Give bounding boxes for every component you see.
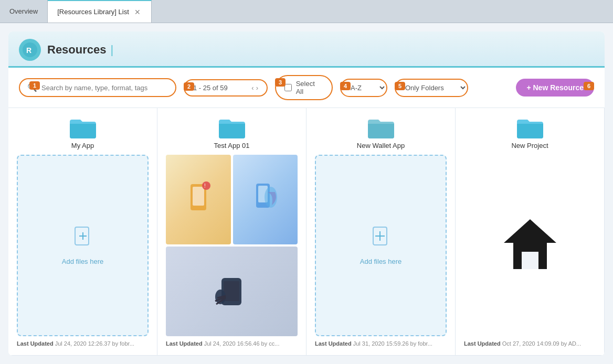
header-logo: R — [19, 39, 41, 61]
cards-grid: My App Add files here Last Updated Jul 2… — [8, 108, 605, 356]
folder-icon-new-project — [516, 116, 544, 142]
card-title-new-project: New Project — [511, 142, 548, 149]
select-all-checkbox[interactable] — [284, 84, 292, 91]
image-2 — [233, 155, 298, 244]
card-footer-my-app: Last Updated Jul 24, 2020 12:26.37 by fo… — [17, 336, 149, 347]
search-box: 🔍 — [19, 78, 176, 97]
add-files-box-new-wallet-app[interactable]: Add files here — [315, 155, 447, 336]
new-resource-label: + New Resource — [526, 83, 584, 92]
folder-icon-test-app-01 — [218, 116, 246, 142]
add-files-icon — [73, 226, 93, 253]
main-content: R Resources 1 🔍 2 1 - 25 of 59 — [0, 23, 613, 364]
card-new-wallet-app[interactable]: New Wallet App Add files here Last Updat… — [306, 108, 456, 356]
card-test-app-01[interactable]: Test App 01 ! — [157, 108, 306, 356]
search-input[interactable] — [41, 84, 168, 92]
card-footer-new-wallet-app: Last Updated Jul 31, 2020 15:59.26 by fo… — [315, 336, 447, 347]
svg-rect-6 — [193, 187, 204, 206]
pagination-wrapper: 2 1 - 25 of 59 ‹ › — [184, 79, 268, 97]
add-files-icon-2 — [371, 226, 391, 253]
tab-bar: Overview [Resources Library] List ✕ — [0, 0, 613, 23]
tab-overview-label: Overview — [9, 7, 38, 15]
badge-6: 6 — [584, 82, 594, 90]
new-resource-wrapper: 6 + New Resource — [516, 79, 594, 97]
card-title-test-app-01: Test App 01 — [214, 142, 250, 149]
tab-resources-library[interactable]: [Resources Library] List ✕ — [48, 0, 152, 23]
last-updated-date-my-app: Jul 24, 2020 12:26.37 by fobr... — [55, 340, 134, 347]
image-1: ! — [166, 155, 231, 244]
sort-wrapper: 4 A-Z Z-A Newest Oldest — [340, 79, 387, 97]
last-updated-date-new-wallet-app: Jul 31, 2020 15:59.26 by fobr... — [353, 340, 432, 347]
badge-5: 5 — [395, 82, 405, 90]
card-footer-test-app-01: Last Updated Jul 24, 2020 16:56.46 by cc… — [166, 336, 298, 347]
resources-header: R Resources — [8, 31, 605, 68]
card-title-new-wallet-app: New Wallet App — [357, 142, 405, 149]
card-title-my-app: My App — [71, 142, 94, 149]
home-icon — [499, 214, 562, 283]
select-all-wrapper: 3 Select All — [275, 75, 333, 100]
badge-2: 2 — [184, 82, 194, 91]
next-arrow[interactable]: › — [256, 84, 258, 92]
folder-icon-my-app — [69, 116, 97, 142]
tab-overview[interactable]: Overview — [0, 0, 48, 23]
pagination-text: 1 - 25 of 59 — [193, 84, 228, 92]
add-files-box-my-app[interactable]: Add files here — [17, 155, 149, 336]
card-footer-new-project: Last Updated Oct 27, 2020 14:09.09 by AD… — [464, 336, 596, 347]
svg-marker-21 — [504, 219, 556, 243]
image-3 — [166, 247, 298, 336]
page-title: Resources — [47, 43, 113, 57]
filter-wrapper: 5 Only Folders All Files Images Videos D… — [395, 79, 468, 97]
folder-icon-new-wallet-app — [367, 116, 395, 142]
last-updated-label-2: Last Updated — [166, 340, 203, 347]
search-wrapper: 1 🔍 — [19, 78, 176, 97]
resources-panel: R Resources 1 🔍 2 1 - 25 of 59 — [8, 31, 605, 356]
last-updated-label: Last Updated — [17, 340, 54, 347]
image-grid-test-app-01: ! — [166, 155, 298, 336]
pagination-arrows: ‹ › — [251, 84, 258, 92]
svg-text:R: R — [26, 46, 31, 55]
svg-rect-13 — [224, 281, 239, 301]
card-new-project[interactable]: New Project Last Updated Oct 27, 2020 14… — [456, 108, 605, 356]
svg-rect-23 — [522, 252, 538, 269]
last-updated-date-new-project: Oct 27, 2020 14:09.09 by AD... — [502, 340, 581, 347]
new-resource-button[interactable]: + New Resource — [516, 79, 594, 97]
last-updated-label-3: Last Updated — [315, 340, 352, 347]
last-updated-date-test-app-01: Jul 24, 2020 16:56.46 by cc... — [204, 340, 280, 347]
prev-arrow[interactable]: ‹ — [251, 84, 253, 92]
badge-4: 4 — [340, 82, 351, 90]
filter-select[interactable]: Only Folders All Files Images Videos Doc… — [395, 79, 468, 97]
svg-point-7 — [202, 181, 210, 190]
last-updated-label-4: Last Updated — [464, 340, 501, 347]
close-icon[interactable]: ✕ — [133, 8, 142, 16]
svg-text:!: ! — [204, 183, 206, 189]
toolbar: 1 🔍 2 1 - 25 of 59 ‹ › 3 — [8, 68, 605, 108]
badge-3: 3 — [275, 78, 286, 87]
pagination-box: 1 - 25 of 59 ‹ › — [184, 79, 268, 97]
add-files-label-new-wallet-app: Add files here — [360, 258, 402, 265]
add-files-label-my-app: Add files here — [62, 258, 104, 265]
select-all-label: Select All — [296, 80, 323, 95]
badge-1: 1 — [29, 81, 40, 90]
card-my-app[interactable]: My App Add files here Last Updated Jul 2… — [8, 108, 157, 356]
tab-resources-library-label: [Resources Library] List — [57, 8, 129, 16]
